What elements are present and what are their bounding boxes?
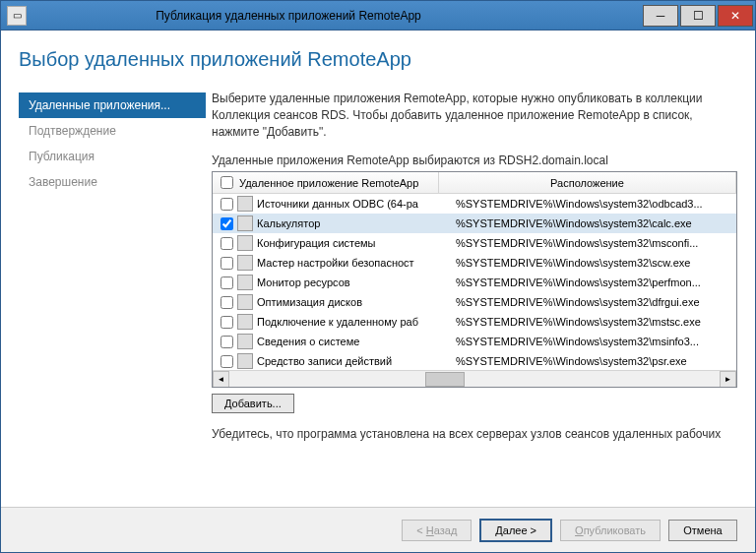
page-title: Выбор удаленных приложений RemoteApp <box>19 48 737 71</box>
row-location: %SYSTEMDRIVE%\Windows\system32\msconfi..… <box>452 237 736 249</box>
app-icon <box>237 215 253 231</box>
row-checkbox[interactable] <box>220 217 233 230</box>
back-button: < Назад <box>402 520 472 541</box>
sidebar-item-label: Завершение <box>29 175 97 189</box>
horizontal-scrollbar[interactable]: ◄ ► <box>213 370 736 387</box>
row-checkbox[interactable] <box>220 257 233 270</box>
table-row[interactable]: Источники данных ODBC (64-ра%SYSTEMDRIVE… <box>213 194 736 214</box>
row-app-name: Подключение к удаленному раб <box>257 316 452 328</box>
cancel-button[interactable]: Отмена <box>668 520 737 541</box>
wizard-steps-sidebar: Удаленные приложения... Подтверждение Пу… <box>19 91 206 495</box>
app-icon <box>237 353 253 369</box>
sidebar-item-label: Удаленные приложения... <box>29 98 170 112</box>
button-bar: < Назад Далее > Опубликовать Отмена <box>1 507 755 552</box>
table-row[interactable]: Средство записи действий%SYSTEMDRIVE%\Wi… <box>213 351 736 371</box>
row-app-name: Калькулятор <box>257 217 452 229</box>
sidebar-item-label: Подтверждение <box>29 124 116 138</box>
app-list: Удаленное приложение RemoteApp Расположе… <box>212 171 737 388</box>
row-location: %SYSTEMDRIVE%\Windows\system32\calc.exe <box>452 217 736 229</box>
row-checkbox[interactable] <box>220 198 233 211</box>
sidebar-item-confirmation[interactable]: Подтверждение <box>19 118 206 144</box>
scroll-thumb[interactable] <box>425 372 465 387</box>
sidebar-item-remoteapps[interactable]: Удаленные приложения... <box>19 92 206 118</box>
table-row[interactable]: Подключение к удаленному раб%SYSTEMDRIVE… <box>213 312 736 332</box>
app-icon: ▭ <box>7 6 27 26</box>
row-location: %SYSTEMDRIVE%\Windows\system32\scw.exe <box>452 257 736 269</box>
scroll-track[interactable] <box>229 371 720 387</box>
app-icon <box>237 196 253 212</box>
row-checkbox[interactable] <box>220 316 233 329</box>
titlebar-buttons: ─ ☐ ✕ <box>643 5 755 27</box>
row-checkbox[interactable] <box>220 276 233 289</box>
header-app-column[interactable]: Удаленное приложение RemoteApp <box>213 172 439 193</box>
row-app-name: Источники данных ODBC (64-ра <box>257 198 452 210</box>
table-row[interactable]: Мастер настройки безопасност%SYSTEMDRIVE… <box>213 253 736 273</box>
app-icon <box>237 334 253 349</box>
minimize-button[interactable]: ─ <box>643 5 678 27</box>
header-location-label: Расположение <box>550 177 624 189</box>
row-location: %SYSTEMDRIVE%\Windows\system32\msinfo3..… <box>452 336 736 347</box>
row-app-name: Средство записи действий <box>257 355 452 367</box>
table-row[interactable]: Сведения о системе%SYSTEMDRIVE%\Windows\… <box>213 332 736 351</box>
source-text: Удаленные приложения RemoteApp выбираютс… <box>212 154 737 167</box>
row-app-name: Оптимизация дисков <box>257 296 452 308</box>
table-row[interactable]: Конфигурация системы%SYSTEMDRIVE%\Window… <box>213 233 736 253</box>
list-body: Источники данных ODBC (64-ра%SYSTEMDRIVE… <box>213 194 736 388</box>
table-row[interactable]: Оптимизация дисков%SYSTEMDRIVE%\Windows\… <box>213 292 736 312</box>
body-area: Выберите удаленные приложения RemoteApp,… <box>206 91 737 495</box>
row-location: %SYSTEMDRIVE%\Windows\system32\dfrgui.ex… <box>452 296 736 308</box>
row-app-name: Конфигурация системы <box>257 237 452 249</box>
app-icon <box>237 255 253 271</box>
row-app-name: Сведения о системе <box>257 336 452 347</box>
add-button-label: Добавить... <box>224 398 282 409</box>
header-app-label: Удаленное приложение RemoteApp <box>239 177 418 189</box>
sidebar-item-label: Публикация <box>29 150 94 163</box>
row-location: %SYSTEMDRIVE%\Windows\system32\odbcad3..… <box>452 198 736 210</box>
row-location: %SYSTEMDRIVE%\Windows\system32\perfmon..… <box>452 276 736 288</box>
sidebar-item-completion[interactable]: Завершение <box>19 169 206 195</box>
app-icon <box>237 314 253 330</box>
cancel-label: Отмена <box>683 524 722 536</box>
close-button[interactable]: ✕ <box>718 5 753 27</box>
add-button[interactable]: Добавить... <box>212 394 294 413</box>
wizard-window: ▭ Публикация удаленных приложений Remote… <box>0 0 756 553</box>
intro-text: Выберите удаленные приложения RemoteApp,… <box>212 91 737 140</box>
content-area: Выбор удаленных приложений RemoteApp Уда… <box>1 31 755 507</box>
app-icon <box>237 275 253 290</box>
row-checkbox[interactable] <box>220 237 233 250</box>
row-app-name: Монитор ресурсов <box>257 276 452 288</box>
scroll-left-button[interactable]: ◄ <box>213 371 229 388</box>
select-all-checkbox[interactable] <box>220 176 233 189</box>
sidebar-item-publish[interactable]: Публикация <box>19 144 206 169</box>
app-icon <box>237 294 253 310</box>
row-location: %SYSTEMDRIVE%\Windows\system32\psr.exe <box>452 355 736 367</box>
titlebar: ▭ Публикация удаленных приложений Remote… <box>1 1 755 31</box>
publish-button: Опубликовать <box>560 520 661 541</box>
main-area: Удаленные приложения... Подтверждение Пу… <box>19 91 737 495</box>
maximize-button[interactable]: ☐ <box>680 5 716 27</box>
row-checkbox[interactable] <box>220 355 233 368</box>
scroll-right-button[interactable]: ► <box>720 371 736 388</box>
row-checkbox[interactable] <box>220 336 233 348</box>
next-button[interactable]: Далее > <box>479 519 552 542</box>
table-row[interactable]: Монитор ресурсов%SYSTEMDRIVE%\Windows\sy… <box>213 273 736 292</box>
list-header: Удаленное приложение RemoteApp Расположе… <box>213 172 736 194</box>
row-checkbox[interactable] <box>220 296 233 309</box>
table-row[interactable]: Калькулятор%SYSTEMDRIVE%\Windows\system3… <box>213 214 736 233</box>
header-location-column[interactable]: Расположение <box>439 172 736 193</box>
app-icon <box>237 235 253 251</box>
row-location: %SYSTEMDRIVE%\Windows\system32\mstsc.exe <box>452 316 736 328</box>
row-app-name: Мастер настройки безопасност <box>257 257 452 269</box>
window-title: Публикация удаленных приложений RemoteAp… <box>32 9 643 23</box>
verify-text: Убедитесь, что программа установлена на … <box>212 427 737 441</box>
